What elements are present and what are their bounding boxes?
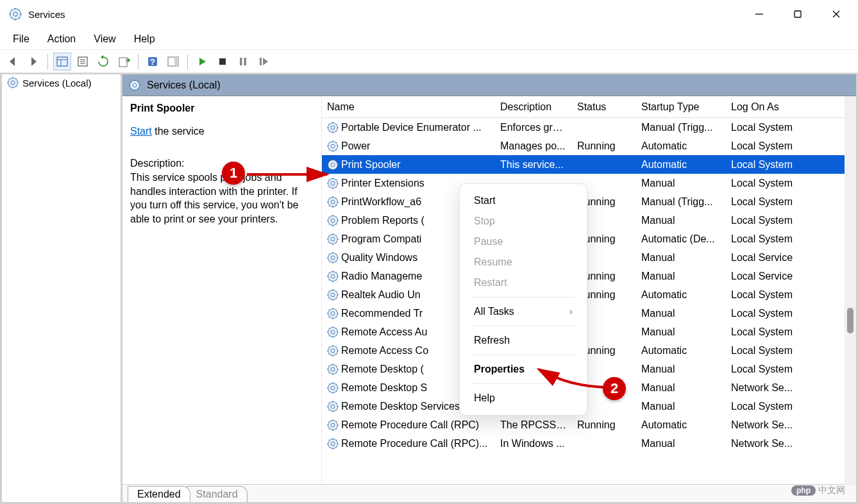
stop-service-button[interactable] [214, 53, 231, 71]
service-row[interactable]: Remote Desktop (ManualLocal System [322, 360, 856, 378]
col-desc-header[interactable]: Description [495, 101, 572, 113]
service-logon: Local System [726, 140, 816, 152]
start-link[interactable]: Start [130, 126, 152, 137]
service-startup: Manual [636, 178, 726, 189]
svg-rect-21 [119, 58, 127, 67]
service-startup: Manual [636, 364, 726, 375]
ctx-refresh[interactable]: Refresh [460, 330, 587, 351]
service-name: Portable Device Enumerator ... [341, 122, 482, 133]
service-row[interactable]: Print SpoolerThis service...AutomaticLoc… [322, 155, 856, 174]
service-row[interactable]: Radio ManagemeRunningManualLocal Service [322, 267, 856, 285]
col-name-header[interactable]: Name⌃ [322, 101, 495, 113]
service-logon: Local System [726, 401, 816, 412]
watermark: php 中文网 [791, 485, 845, 496]
sort-caret-icon: ⌃ [408, 101, 414, 106]
ctx-all-tasks[interactable]: All Tasks› [460, 301, 587, 322]
service-name: Printer Extensions [341, 178, 425, 189]
list-body[interactable]: Portable Device Enumerator ...Enforces g… [322, 118, 856, 502]
service-name: PrintWorkflow_a6 [341, 196, 421, 208]
tab-standard[interactable]: Standard [187, 486, 248, 502]
service-name: Recommended Tr [341, 308, 423, 319]
col-startup-header[interactable]: Startup Type [636, 101, 726, 113]
gear-icon [327, 178, 339, 189]
service-startup: Automatic [636, 289, 726, 301]
vertical-scrollbar[interactable] [845, 96, 856, 485]
menubar: File Action View Help [0, 28, 858, 50]
service-name: Remote Access Au [341, 326, 427, 338]
service-logon: Local System [726, 196, 816, 208]
svg-rect-29 [260, 58, 262, 65]
service-startup: Manual [636, 401, 726, 412]
service-row[interactable]: PrintWorkflow_a6RunningManual (Trigg...L… [322, 192, 856, 211]
close-button[interactable] [817, 0, 855, 28]
service-logon: Local Service [726, 271, 816, 282]
menu-action[interactable]: Action [38, 31, 85, 47]
service-name: Program Compati [341, 233, 421, 245]
nav-back-button[interactable] [4, 53, 22, 71]
ctx-properties[interactable]: Properties [460, 359, 587, 380]
tree-root-item[interactable]: Services (Local) [2, 74, 121, 91]
service-desc: Enforces gro... [495, 122, 572, 133]
pause-service-button[interactable] [234, 53, 252, 71]
watermark-text: 中文网 [818, 485, 845, 496]
col-status-header[interactable]: Status [572, 101, 636, 113]
description-text: This service spools print jobs and handl… [130, 171, 314, 226]
gear-icon [327, 140, 339, 152]
menu-view[interactable]: View [85, 31, 124, 47]
show-hide-tree-button[interactable] [53, 53, 71, 71]
service-name: Remote Desktop S [341, 382, 427, 394]
service-startup: Manual [636, 271, 726, 282]
refresh-button[interactable] [94, 53, 112, 71]
service-startup: Manual [636, 215, 726, 226]
ctx-help[interactable]: Help [460, 388, 587, 408]
service-desc: This service... [495, 159, 572, 171]
service-row[interactable]: Program CompatiRunningAutomatic (De...Lo… [322, 230, 856, 248]
service-row[interactable]: Recommended TrManualLocal System [322, 304, 856, 323]
action-pane-button[interactable] [164, 53, 182, 71]
service-logon: Local Service [726, 252, 816, 264]
service-row[interactable]: Remote Access CoRunningAutomaticLocal Sy… [322, 341, 856, 360]
menu-file[interactable]: File [4, 31, 38, 47]
restart-service-button[interactable] [255, 53, 273, 71]
service-row[interactable]: Remote Procedure Call (RPC)The RPCSS s..… [322, 416, 856, 434]
properties-button[interactable] [74, 53, 92, 71]
service-row[interactable]: Portable Device Enumerator ...Enforces g… [322, 118, 856, 137]
gear-icon [327, 326, 339, 338]
service-row[interactable]: Quality WindowsManualLocal Service [322, 248, 856, 267]
service-row[interactable]: Printer ExtensionsManualLocal System [322, 174, 856, 192]
service-startup: Manual (Trigg... [636, 196, 726, 208]
service-row[interactable]: Remote Access AuManualLocal System [322, 323, 856, 341]
tab-extended[interactable]: Extended [128, 486, 190, 502]
panel-header: Services (Local) [122, 74, 856, 96]
scroll-thumb[interactable] [847, 308, 854, 333]
service-row[interactable]: Problem Reports (ManualLocal System [322, 211, 856, 230]
svg-rect-11 [795, 11, 801, 17]
window-title: Services [28, 9, 740, 20]
help-button[interactable]: ? [144, 53, 162, 71]
svg-rect-26 [219, 58, 226, 65]
col-logon-header[interactable]: Log On As [726, 101, 816, 113]
menu-help[interactable]: Help [125, 31, 164, 47]
gear-icon [327, 159, 339, 171]
service-row[interactable]: Remote Procedure Call (RPC)...In Windows… [322, 434, 856, 453]
service-row[interactable]: Realtek Audio UnRunningAutomaticLocal Sy… [322, 285, 856, 304]
start-service-button[interactable] [193, 53, 211, 71]
service-row[interactable]: Remote Desktop SManualNetwork Se... [322, 378, 856, 397]
panel-title: Services (Local) [147, 80, 221, 91]
minimize-button[interactable] [740, 0, 778, 28]
start-suffix: the service [152, 126, 205, 137]
service-logon: Network Se... [726, 419, 816, 431]
service-startup: Automatic [636, 345, 726, 357]
nav-forward-button[interactable] [24, 53, 42, 71]
service-row[interactable]: Remote Desktop Services Us...Allows the … [322, 397, 856, 416]
service-startup: Manual [636, 252, 726, 264]
app-icon [9, 8, 22, 21]
svg-rect-28 [244, 58, 247, 65]
ctx-start[interactable]: Start [460, 190, 587, 211]
service-row[interactable]: PowerManages po...RunningAutomaticLocal … [322, 137, 856, 155]
gear-icon [327, 345, 339, 357]
export-button[interactable] [115, 53, 133, 71]
service-logon: Local System [726, 364, 816, 375]
maximize-button[interactable] [778, 0, 817, 28]
gear-icon [327, 364, 339, 375]
